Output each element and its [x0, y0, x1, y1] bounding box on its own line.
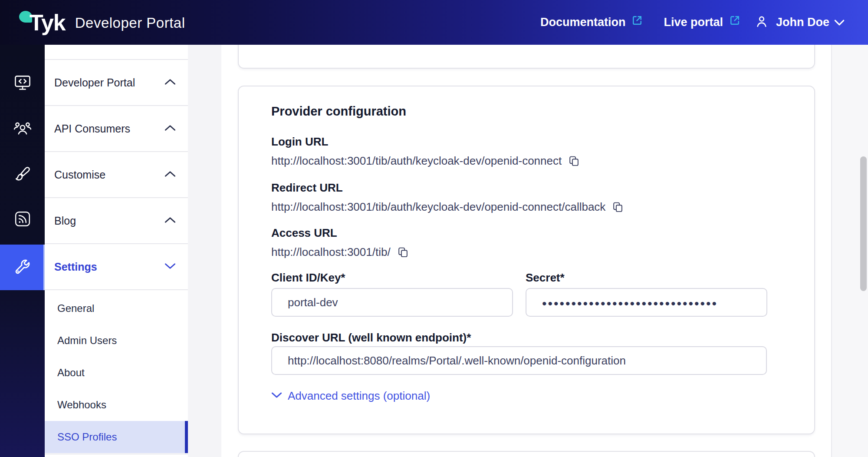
sidebar-item-developer-portal[interactable]: Developer Portal: [45, 60, 188, 106]
user-icon: [754, 14, 769, 31]
rail-item-blog[interactable]: [0, 204, 45, 235]
advanced-settings-toggle[interactable]: Advanced settings (optional): [271, 389, 782, 403]
provider-configuration-card: Provider configuration Login URL http://…: [238, 86, 815, 434]
redirect-url-label: Redirect URL: [271, 181, 782, 195]
main-content: Provider configuration Login URL http://…: [221, 45, 831, 457]
sidebar-item-admin-users[interactable]: Admin Users: [45, 325, 188, 357]
logo-subtitle: Developer Portal: [75, 15, 185, 31]
documentation-label: Documentation: [540, 16, 626, 29]
sidebar-item-customise[interactable]: Customise: [45, 152, 188, 198]
vertical-scrollbar-thumb[interactable]: [860, 156, 867, 291]
live-portal-label: Live portal: [664, 16, 723, 29]
login-url-value: http://localhost:3001/tib/auth/keycloak-…: [271, 154, 562, 168]
card-title: Provider configuration: [271, 103, 782, 119]
sidebar-item-api-consumers[interactable]: API Consumers: [45, 106, 188, 152]
sidebar-item-label: Customise: [54, 169, 105, 181]
rail-item-developer-portal[interactable]: [0, 68, 45, 99]
rail-item-settings[interactable]: [0, 252, 45, 283]
rail-item-api-consumers[interactable]: [0, 114, 45, 145]
client-id-input[interactable]: [271, 288, 513, 317]
tyk-logo: Tyk Developer Portal: [19, 0, 185, 45]
sidebar-item-label: API Consumers: [54, 123, 130, 135]
client-secret-row: Client ID/Key* Secret*: [271, 271, 782, 317]
chevron-up-icon: [164, 125, 176, 133]
user-menu[interactable]: John Doe: [754, 14, 845, 31]
sidebar-item-about[interactable]: About: [45, 357, 188, 389]
user-name: John Doe: [776, 16, 829, 29]
sidebar-partial-row: [45, 45, 188, 60]
sidebar-item-sso-profiles[interactable]: SSO Profiles: [45, 421, 188, 453]
sidebar-item-label: Developer Portal: [54, 76, 135, 89]
chevron-up-icon: [164, 217, 176, 225]
secret-label: Secret*: [526, 271, 767, 285]
chevron-up-icon: [164, 79, 176, 87]
copy-icon[interactable]: [569, 155, 579, 167]
settings-submenu: General Admin Users About Webhooks SSO P…: [45, 290, 188, 454]
scroll-gutter: [831, 45, 868, 457]
wrench-icon: [13, 258, 32, 278]
sidebar-item-label: Settings: [54, 261, 97, 273]
advanced-settings-label: Advanced settings (optional): [288, 389, 430, 403]
sidebar-divider: [45, 454, 188, 454]
sidebar-item-label: Blog: [54, 215, 76, 227]
access-url-row: http://localhost:3001/tib/: [271, 245, 782, 259]
redirect-url-row: http://localhost:3001/tib/auth/keycloak-…: [271, 200, 782, 214]
copy-icon[interactable]: [398, 246, 408, 258]
users-group-icon: [13, 120, 32, 139]
sidebar-item-blog[interactable]: Blog: [45, 198, 188, 244]
chevron-up-icon: [164, 171, 176, 179]
chevron-down-icon: [834, 19, 845, 28]
client-id-label: Client ID/Key*: [271, 271, 513, 285]
rail-item-customise[interactable]: [0, 159, 45, 191]
copy-icon[interactable]: [612, 201, 623, 213]
sidebar-item-webhooks[interactable]: Webhooks: [45, 389, 188, 421]
login-url-label: Login URL: [271, 135, 782, 149]
login-url-row: http://localhost:3001/tib/auth/keycloak-…: [271, 154, 782, 168]
discover-url-label: Discover URL (well known endpoint)*: [271, 331, 782, 344]
chevron-down-icon: [164, 263, 176, 271]
external-link-icon: [729, 14, 741, 30]
chevron-down-icon: [271, 392, 282, 400]
monitor-code-icon: [13, 74, 32, 93]
rss-icon: [14, 210, 31, 229]
discover-url-input[interactable]: [271, 346, 767, 375]
sidebar-item-general[interactable]: General: [45, 292, 188, 325]
live-portal-link[interactable]: Live portal: [664, 15, 741, 30]
redirect-url-value: http://localhost:3001/tib/auth/keycloak-…: [271, 200, 605, 214]
access-url-label: Access URL: [271, 226, 782, 240]
access-url-value: http://localhost:3001/tib/: [271, 245, 391, 259]
header-nav: Documentation Live portal: [540, 0, 845, 45]
documentation-link[interactable]: Documentation: [540, 15, 644, 30]
external-link-icon: [631, 14, 643, 30]
secret-input[interactable]: [526, 288, 767, 317]
icon-rail: [0, 45, 45, 457]
sidebar-item-settings[interactable]: Settings: [45, 244, 188, 290]
top-header: Tyk Developer Portal Documentation Live …: [0, 0, 868, 45]
previous-card-partial: [238, 45, 815, 69]
next-card-partial: [238, 451, 815, 457]
paintbrush-icon: [13, 165, 32, 185]
logo-text: Tyk: [30, 11, 66, 34]
sidebar: Developer Portal API Consumers Customise…: [45, 45, 188, 457]
